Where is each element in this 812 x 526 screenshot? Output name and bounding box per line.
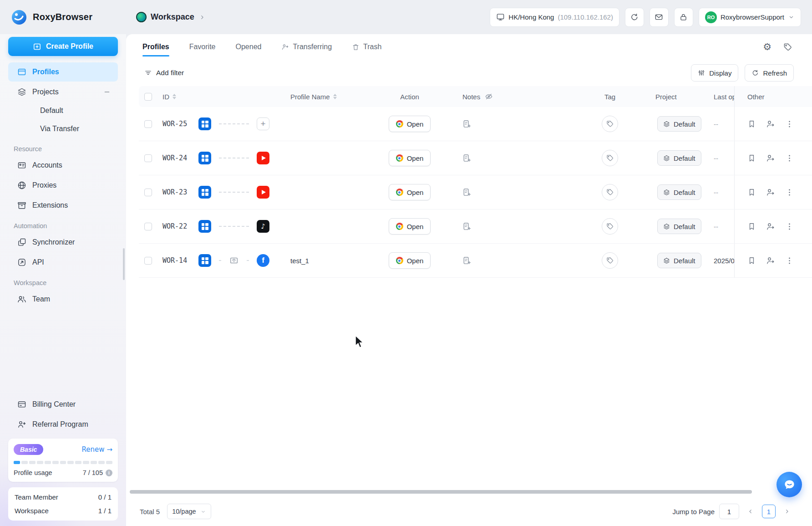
tab-transferring[interactable]: Transferring xyxy=(281,34,332,60)
add-note-icon[interactable] xyxy=(462,222,472,231)
select-all-checkbox[interactable] xyxy=(144,93,152,101)
sidebar-item-proxies[interactable]: Proxies xyxy=(8,176,118,195)
add-note-icon[interactable] xyxy=(462,153,472,163)
project-button[interactable]: Default xyxy=(657,184,701,200)
jump-to-page-input[interactable] xyxy=(719,504,739,519)
more-options-icon[interactable] xyxy=(785,222,794,231)
profile-name xyxy=(282,107,364,141)
add-filter-button[interactable]: Add filter xyxy=(140,65,188,81)
share-profile-icon[interactable] xyxy=(766,256,775,265)
bookmark-icon[interactable] xyxy=(747,188,756,197)
open-profile-button[interactable]: Open xyxy=(389,184,431,200)
project-button[interactable]: Default xyxy=(657,253,701,268)
settings-gear-icon[interactable]: ⚙ xyxy=(763,42,771,52)
tab-opened[interactable]: Opened xyxy=(235,34,261,60)
sort-name-control[interactable] xyxy=(333,94,337,100)
sidebar-scrollbar[interactable] xyxy=(123,248,125,280)
table-row[interactable]: WOR-25 + Open Defaul xyxy=(139,107,812,141)
row-checkbox[interactable] xyxy=(144,120,152,128)
sidebar-item-billing-center[interactable]: Billing Center xyxy=(8,395,118,414)
tab-profiles[interactable]: Profiles xyxy=(142,34,169,60)
share-profile-icon[interactable] xyxy=(766,153,775,163)
brand-name: RoxyBrowser xyxy=(33,12,92,22)
add-note-icon[interactable] xyxy=(462,119,472,128)
share-profile-icon[interactable] xyxy=(766,119,775,128)
page-number-button[interactable]: 1 xyxy=(762,505,776,518)
youtube-icon[interactable] xyxy=(257,152,269,164)
per-page-select[interactable]: 10/page xyxy=(167,504,211,519)
add-note-icon[interactable] xyxy=(462,188,472,197)
sidebar-item-extensions[interactable]: Extensions xyxy=(8,196,118,215)
youtube-icon[interactable] xyxy=(257,186,269,199)
project-button[interactable]: Default xyxy=(657,219,701,234)
facebook-icon[interactable]: f xyxy=(257,254,269,267)
proxies-globe-icon xyxy=(17,181,26,190)
open-profile-button[interactable]: Open xyxy=(389,252,431,269)
previous-page-button[interactable] xyxy=(744,505,757,518)
region-chip[interactable]: HK/Hong Kong (109.110.162.162) xyxy=(490,8,619,27)
horizontal-scrollbar[interactable] xyxy=(130,490,752,494)
table-row[interactable]: WOR-23 Open Default xyxy=(139,175,812,209)
mail-button[interactable] xyxy=(650,8,669,27)
more-options-icon[interactable] xyxy=(785,154,794,163)
share-profile-icon[interactable] xyxy=(766,188,775,197)
tag-manager-icon[interactable] xyxy=(783,43,792,51)
tab-favorite[interactable]: Favorite xyxy=(189,34,216,60)
share-profile-icon[interactable] xyxy=(766,222,775,231)
column-header-id: ID xyxy=(162,93,169,101)
collapse-minus-icon[interactable] xyxy=(103,88,111,96)
more-options-icon[interactable] xyxy=(785,256,794,265)
plus-icon[interactable]: + xyxy=(257,117,269,130)
tag-icon[interactable] xyxy=(602,116,618,132)
create-profile-button[interactable]: Create Profile xyxy=(8,37,118,56)
table-row[interactable]: WOR-22 ♪ Open Defaul xyxy=(139,209,812,244)
sidebar-item-team[interactable]: Team xyxy=(8,290,118,309)
open-profile-button[interactable]: Open xyxy=(389,116,431,132)
sidebar-item-projects[interactable]: Projects xyxy=(8,82,118,102)
sidebar-subitem-via-transfer[interactable]: Via Transfer xyxy=(8,120,118,138)
open-profile-button[interactable]: Open xyxy=(389,150,431,166)
tag-icon[interactable] xyxy=(602,150,618,166)
sidebar-item-profiles[interactable]: Profiles xyxy=(8,62,118,82)
sync-button[interactable] xyxy=(625,8,644,27)
tag-icon[interactable] xyxy=(602,218,618,235)
sidebar-subitem-default[interactable]: Default xyxy=(8,102,118,120)
live-chat-button[interactable] xyxy=(776,472,802,497)
sort-id-control[interactable] xyxy=(173,94,176,100)
tab-trash[interactable]: Trash xyxy=(352,34,381,60)
device-monitor-icon xyxy=(496,13,505,21)
table-row[interactable]: WOR-14 f test_1 Open xyxy=(139,244,812,278)
lock-button[interactable] xyxy=(674,8,693,27)
add-note-icon[interactable] xyxy=(462,256,472,265)
project-button[interactable]: Default xyxy=(657,116,701,132)
display-button[interactable]: Display xyxy=(691,64,738,82)
sidebar-item-accounts[interactable]: Accounts xyxy=(8,156,118,175)
refresh-button[interactable]: Refresh xyxy=(745,64,794,82)
more-options-icon[interactable] xyxy=(785,188,794,197)
bookmark-icon[interactable] xyxy=(747,222,756,231)
row-checkbox[interactable] xyxy=(144,257,152,265)
tag-icon[interactable] xyxy=(602,184,618,200)
bookmark-icon[interactable] xyxy=(747,120,756,128)
open-profile-button[interactable]: Open xyxy=(389,218,431,235)
bookmark-icon[interactable] xyxy=(747,154,756,163)
table-row[interactable]: WOR-24 Open Default xyxy=(139,141,812,175)
info-icon[interactable]: i xyxy=(106,470,112,476)
connector-dash xyxy=(219,260,221,261)
sidebar-item-api[interactable]: API xyxy=(8,253,118,272)
account-menu[interactable]: RO RoxybrowserSupport xyxy=(699,8,801,27)
more-options-icon[interactable] xyxy=(785,120,794,128)
row-checkbox[interactable] xyxy=(144,154,152,162)
project-button[interactable]: Default xyxy=(657,150,701,166)
workspace-picker[interactable]: Workspace xyxy=(136,12,206,22)
bookmark-icon[interactable] xyxy=(747,256,756,265)
sidebar-item-referral-program[interactable]: Referral Program xyxy=(8,415,118,434)
tiktok-icon[interactable]: ♪ xyxy=(257,220,269,233)
renew-link[interactable]: Renew→ xyxy=(81,445,112,454)
hide-notes-eye-icon[interactable] xyxy=(485,92,493,101)
next-page-button[interactable] xyxy=(780,505,794,518)
tag-icon[interactable] xyxy=(602,252,618,269)
row-checkbox[interactable] xyxy=(144,223,152,230)
sidebar-item-synchronizer[interactable]: Synchronizer xyxy=(8,233,118,252)
row-checkbox[interactable] xyxy=(144,189,152,196)
